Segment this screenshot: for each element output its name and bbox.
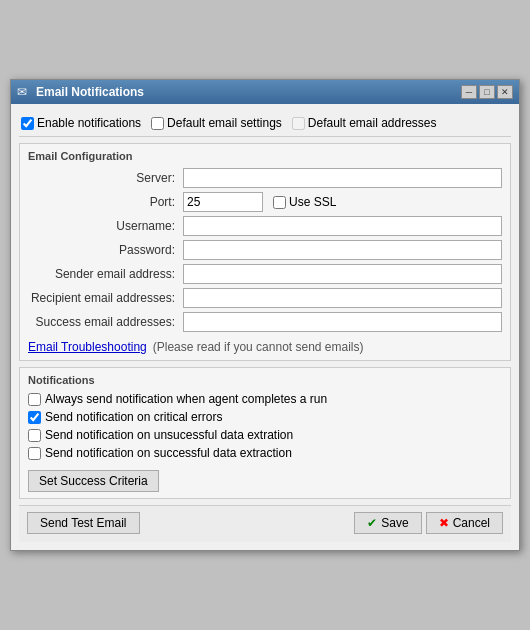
email-config-section: Email Configuration Server: Port: Use SS… [19,143,511,361]
username-input[interactable] [183,216,502,236]
notif-critical-checkbox[interactable] [28,411,41,424]
username-row: Username: [28,216,502,236]
default-email-settings-text: Default email settings [167,116,282,130]
save-icon: ✔ [367,516,377,530]
cancel-button[interactable]: ✖ Cancel [426,512,503,534]
set-success-criteria-button[interactable]: Set Success Criteria [28,470,159,492]
notif-successful-row: Send notification on successful data ext… [28,446,502,460]
minimize-button[interactable]: ─ [461,85,477,99]
default-email-settings-label[interactable]: Default email settings [151,116,282,130]
enable-notifications-text: Enable notifications [37,116,141,130]
use-ssl-checkbox[interactable] [273,196,286,209]
success-email-label: Success email addresses: [28,315,183,329]
notifications-title: Notifications [28,374,502,386]
save-button[interactable]: ✔ Save [354,512,421,534]
bottom-left: Send Test Email [27,512,140,534]
notif-always-checkbox[interactable] [28,393,41,406]
maximize-button[interactable]: □ [479,85,495,99]
notif-always-label: Always send notification when agent comp… [45,392,327,406]
recipient-email-row: Recipient email addresses: [28,288,502,308]
notif-unsuccessful-checkbox[interactable] [28,429,41,442]
password-input[interactable] [183,240,502,260]
window-icon: ✉ [17,85,31,99]
notif-successful-label: Send notification on successful data ext… [45,446,292,460]
port-input[interactable] [183,192,263,212]
server-row: Server: [28,168,502,188]
notifications-section: Notifications Always send notification w… [19,367,511,499]
email-config-title: Email Configuration [28,150,502,162]
notif-unsuccessful-row: Send notification on unsucessful data ex… [28,428,502,442]
password-label: Password: [28,243,183,257]
notif-unsuccessful-label: Send notification on unsucessful data ex… [45,428,293,442]
sender-email-label: Sender email address: [28,267,183,281]
title-buttons: ─ □ ✕ [461,85,513,99]
use-ssl-text: Use SSL [289,195,336,209]
main-window: ✉ Email Notifications ─ □ ✕ Enable notif… [10,79,520,551]
window-title: Email Notifications [36,85,144,99]
notif-critical-label: Send notification on critical errors [45,410,222,424]
default-email-addresses-checkbox[interactable] [292,117,305,130]
save-label: Save [381,516,408,530]
default-email-addresses-label[interactable]: Default email addresses [292,116,437,130]
send-test-email-button[interactable]: Send Test Email [27,512,140,534]
troubleshoot-link[interactable]: Email Troubleshooting [28,340,147,354]
bottom-right: ✔ Save ✖ Cancel [354,512,503,534]
notif-successful-checkbox[interactable] [28,447,41,460]
top-checkboxes: Enable notifications Default email setti… [19,112,511,137]
troubleshoot-hint: (Please read if you cannot send emails) [153,340,364,354]
port-label: Port: [28,195,183,209]
use-ssl-label[interactable]: Use SSL [273,195,336,209]
recipient-email-input[interactable] [183,288,502,308]
title-bar: ✉ Email Notifications ─ □ ✕ [11,80,519,104]
success-email-input[interactable] [183,312,502,332]
port-row-inner: Use SSL [183,192,336,212]
recipient-email-label: Recipient email addresses: [28,291,183,305]
notif-always-row: Always send notification when agent comp… [28,392,502,406]
cancel-icon: ✖ [439,516,449,530]
notif-critical-row: Send notification on critical errors [28,410,502,424]
enable-notifications-checkbox[interactable] [21,117,34,130]
default-email-addresses-text: Default email addresses [308,116,437,130]
password-row: Password: [28,240,502,260]
cancel-label: Cancel [453,516,490,530]
port-row: Port: Use SSL [28,192,502,212]
close-button[interactable]: ✕ [497,85,513,99]
username-label: Username: [28,219,183,233]
server-input[interactable] [183,168,502,188]
troubleshoot-row: Email Troubleshooting (Please read if yo… [28,338,502,354]
sender-email-row: Sender email address: [28,264,502,284]
bottom-bar: Send Test Email ✔ Save ✖ Cancel [19,505,511,542]
success-email-row: Success email addresses: [28,312,502,332]
sender-email-input[interactable] [183,264,502,284]
default-email-settings-checkbox[interactable] [151,117,164,130]
window-body: Enable notifications Default email setti… [11,104,519,550]
server-label: Server: [28,171,183,185]
enable-notifications-label[interactable]: Enable notifications [21,116,141,130]
title-bar-left: ✉ Email Notifications [17,85,144,99]
